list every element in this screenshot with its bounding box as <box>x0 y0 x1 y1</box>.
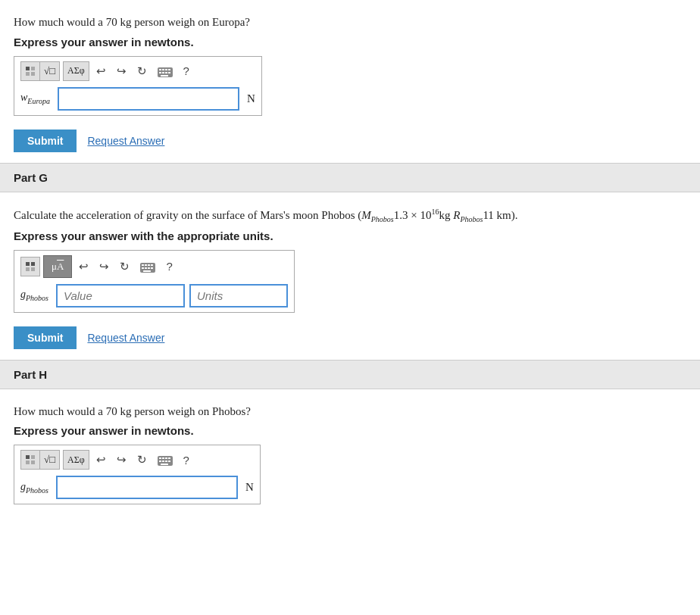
part-f-submit-button[interactable]: Submit <box>14 130 77 152</box>
redo-btn[interactable]: ↪ <box>113 63 130 80</box>
part-g-submit-row: Submit Request Answer <box>14 326 686 349</box>
part-h-keyboard-btn[interactable] <box>154 452 177 468</box>
part-h-matrix-btn[interactable]: √□ <box>20 450 60 470</box>
svg-rect-12 <box>168 72 170 73</box>
part-f-question: How much would a 70 kg person weigh on E… <box>14 14 686 31</box>
svg-rect-33 <box>159 457 161 459</box>
svg-rect-23 <box>142 267 144 269</box>
svg-rect-11 <box>165 72 167 73</box>
part-h-unit: N <box>245 481 254 494</box>
svg-rect-15 <box>31 262 35 266</box>
part-h-sqrt-icon: √□ <box>40 451 59 469</box>
part-g-refresh-btn[interactable]: ↻ <box>116 258 133 275</box>
svg-rect-40 <box>168 460 170 462</box>
svg-rect-13 <box>161 75 168 76</box>
part-h-refresh-btn[interactable]: ↻ <box>133 451 151 468</box>
part-g-keyboard-btn[interactable] <box>136 258 159 274</box>
part-f-section: How much would a 70 kg person weigh on E… <box>0 0 700 163</box>
svg-rect-24 <box>145 267 147 269</box>
part-g-instruction: Express your answer with the appropriate… <box>14 229 686 242</box>
part-h-question: How much would a 70 kg person weigh on P… <box>14 403 686 420</box>
svg-rect-5 <box>159 69 161 70</box>
part-f-matrix-btn[interactable]: √□ <box>20 61 60 81</box>
svg-rect-2 <box>26 72 30 76</box>
svg-rect-29 <box>31 455 35 459</box>
mu-icon: μA <box>48 258 67 276</box>
svg-rect-38 <box>162 460 164 462</box>
part-g-request-answer-link[interactable]: Request Answer <box>87 332 164 344</box>
svg-rect-17 <box>31 267 35 271</box>
part-g-header: Part G <box>0 164 700 192</box>
part-f-request-answer-link[interactable]: Request Answer <box>87 135 164 147</box>
part-g-units-input[interactable] <box>189 284 288 308</box>
part-g-value-input[interactable] <box>56 284 185 308</box>
part-g-input-row: gPhobos <box>20 284 288 308</box>
undo-btn[interactable]: ↩ <box>92 63 110 80</box>
part-f-alpha-btn[interactable]: ΑΣφ <box>63 61 89 81</box>
svg-rect-41 <box>161 464 168 465</box>
svg-rect-28 <box>26 455 30 459</box>
refresh-btn[interactable]: ↻ <box>133 63 151 80</box>
part-f-answer-input[interactable] <box>58 87 239 111</box>
part-g-label: gPhobos <box>20 289 48 302</box>
part-h-answer-input[interactable] <box>56 476 238 499</box>
part-f-input-row: wEuropa N <box>20 87 255 111</box>
part-f-label: wEuropa <box>20 92 50 105</box>
grid-icon <box>21 258 39 276</box>
svg-rect-14 <box>26 262 30 266</box>
part-g-mu-btn[interactable]: μA <box>43 255 72 278</box>
part-h-toolbar: √□ ΑΣφ ↩ ↪ ↻ <box>20 450 254 470</box>
svg-rect-8 <box>168 69 170 70</box>
part-g-help-btn[interactable]: ? <box>162 258 176 274</box>
part-h-label: gPhobos <box>20 481 48 495</box>
svg-rect-35 <box>165 457 167 459</box>
part-h-section: How much would a 70 kg person weigh on P… <box>0 389 700 523</box>
svg-rect-21 <box>148 264 150 266</box>
part-g-grid-btn[interactable] <box>20 257 40 276</box>
part-f-question-text: How much would a 70 kg person weigh on E… <box>14 16 250 28</box>
part-h-input-row: gPhobos N <box>20 476 254 499</box>
sqrt-icon: √□ <box>40 62 59 80</box>
part-f-submit-row: Submit Request Answer <box>14 130 686 152</box>
svg-rect-31 <box>31 460 35 464</box>
matrix-icon <box>21 62 40 80</box>
part-g-input-box: μA ↩ ↪ ↻ ? <box>14 250 295 313</box>
svg-rect-9 <box>159 72 161 73</box>
part-f-toolbar: √□ ΑΣφ ↩ ↪ ↻ <box>20 61 255 81</box>
part-g-M: MPhobos <box>361 209 394 221</box>
svg-rect-20 <box>145 264 147 266</box>
svg-rect-19 <box>142 264 144 266</box>
part-g-submit-button[interactable]: Submit <box>14 326 77 349</box>
svg-rect-30 <box>26 460 30 464</box>
part-g-redo-btn[interactable]: ↪ <box>95 258 113 275</box>
part-g-undo-btn[interactable]: ↩ <box>75 258 92 275</box>
svg-rect-1 <box>31 67 35 70</box>
svg-rect-22 <box>151 264 153 266</box>
part-h-alpha-icon: ΑΣφ <box>64 451 89 469</box>
svg-rect-25 <box>148 267 150 269</box>
svg-rect-0 <box>26 67 30 70</box>
part-h-input-box: √□ ΑΣφ ↩ ↪ ↻ <box>14 445 261 504</box>
part-h-matrix-icon <box>21 451 40 469</box>
svg-rect-36 <box>168 457 170 459</box>
svg-rect-37 <box>159 460 161 462</box>
svg-rect-7 <box>165 69 167 70</box>
svg-rect-39 <box>165 460 167 462</box>
alpha-icon: ΑΣφ <box>64 62 89 80</box>
svg-rect-3 <box>31 72 35 76</box>
part-h-redo-btn[interactable]: ↪ <box>113 451 130 468</box>
help-btn[interactable]: ? <box>180 63 193 79</box>
svg-rect-10 <box>162 72 164 73</box>
part-g-section: Calculate the acceleration of gravity on… <box>0 192 700 360</box>
part-g-toolbar: μA ↩ ↪ ↻ ? <box>20 255 288 278</box>
keyboard-btn[interactable] <box>154 63 177 79</box>
part-h-undo-btn[interactable]: ↩ <box>92 451 110 468</box>
part-h-header: Part H <box>0 361 700 389</box>
part-h-alpha-btn[interactable]: ΑΣφ <box>63 450 89 470</box>
part-g-R: RPhobos <box>453 209 483 221</box>
part-f-input-box: √□ ΑΣφ ↩ ↪ ↻ <box>14 56 262 116</box>
part-f-instruction: Express your answer in newtons. <box>14 36 686 48</box>
svg-rect-26 <box>151 267 153 269</box>
svg-rect-27 <box>143 270 151 272</box>
part-h-help-btn[interactable]: ? <box>180 452 193 468</box>
